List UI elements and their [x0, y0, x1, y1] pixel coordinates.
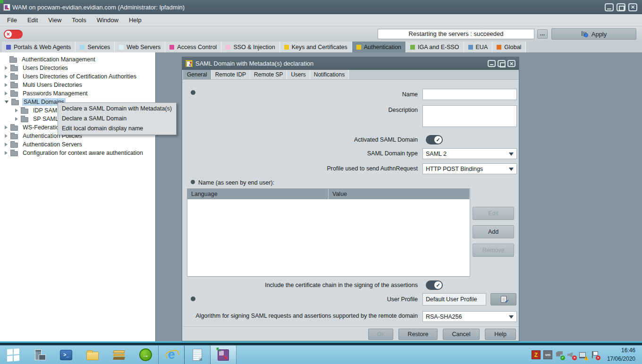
- chevron-right-icon[interactable]: [15, 117, 18, 121]
- chevron-right-icon[interactable]: [5, 134, 8, 138]
- ok-button[interactable]: Ok: [368, 329, 393, 340]
- dialog-tab-general[interactable]: General: [183, 70, 211, 79]
- tree-item-authentication-management[interactable]: Authentication Management: [0, 55, 155, 64]
- add-button[interactable]: Add: [473, 225, 514, 238]
- tab-web-servers[interactable]: Web Servers: [115, 42, 165, 52]
- table-body[interactable]: [187, 199, 470, 276]
- restore-form-button[interactable]: Restore: [398, 329, 438, 340]
- tab-sso-injection[interactable]: SSO & Injection: [221, 42, 279, 52]
- menu-window[interactable]: Window: [92, 14, 124, 26]
- tab-global[interactable]: Global: [492, 42, 526, 52]
- start-button[interactable]: [0, 346, 26, 364]
- tab-access-control[interactable]: Access Control: [165, 42, 221, 52]
- desktop: WAM on pocwam-evidian.evidian.com (Admin…: [0, 0, 642, 364]
- session-stop-toggle[interactable]: ✕: [4, 30, 23, 39]
- tab-services[interactable]: Services: [76, 42, 115, 52]
- tab-eua[interactable]: EUA: [464, 42, 493, 52]
- dialog-tab-notifications[interactable]: Notifications: [310, 70, 349, 79]
- menu-item-declare-saml-domain-metadata[interactable]: Declare a SAML Domain with Metadata(s): [58, 104, 176, 114]
- tab-label: Services: [87, 44, 110, 51]
- wam-app-icon: ↘↖: [218, 349, 229, 361]
- tab-portals-web-agents[interactable]: Portals & Web Agents: [2, 42, 76, 52]
- chevron-right-icon[interactable]: [15, 109, 18, 112]
- taskbar-item-launcher[interactable]: →: [132, 346, 159, 364]
- taskbar-item-file-explorer[interactable]: [79, 346, 106, 364]
- tab-color-swatch: [356, 45, 361, 50]
- tree-item-authentication-servers[interactable]: Authentication Servers: [0, 140, 155, 149]
- description-textarea[interactable]: [422, 105, 517, 127]
- menu-file[interactable]: File: [2, 14, 22, 26]
- dialog-restore-button[interactable]: [498, 60, 506, 67]
- dialog-close-button[interactable]: [507, 60, 515, 67]
- menu-item-edit-local-domain-display-name[interactable]: Edit local domain display name: [58, 124, 176, 134]
- restore-button[interactable]: [617, 3, 625, 11]
- name-label: Name: [187, 91, 418, 98]
- vmware-tray-icon[interactable]: vm: [543, 350, 552, 359]
- dialog-tab-remote-sp[interactable]: Remote SP: [250, 70, 287, 79]
- filezilla-tray-icon[interactable]: Z: [532, 350, 541, 359]
- tree-item-users-directories[interactable]: Users Directories: [0, 64, 155, 72]
- close-button[interactable]: [628, 3, 637, 11]
- activated-toggle[interactable]: ✓: [426, 135, 443, 144]
- taskbar-item-wam-console[interactable]: ↘↖: [210, 346, 237, 364]
- folder-icon: [10, 75, 18, 80]
- chevron-right-icon[interactable]: [5, 126, 8, 129]
- notepad-icon: [193, 349, 202, 361]
- system-tray: Z vm ✓ × ! × 16:46 17/06/2020: [532, 346, 642, 364]
- enduser-name-table[interactable]: Language Value: [187, 188, 470, 277]
- chevron-down-icon: [509, 315, 514, 319]
- menu-tools[interactable]: Tools: [67, 14, 91, 26]
- chevron-right-icon[interactable]: [5, 151, 8, 155]
- network-warning-tray-icon[interactable]: !: [579, 350, 588, 359]
- menu-help[interactable]: Help: [124, 14, 147, 26]
- remove-button[interactable]: Remove: [473, 244, 514, 257]
- chevron-right-icon[interactable]: [5, 66, 8, 70]
- taskbar-item-server-manager[interactable]: [26, 346, 53, 364]
- domain-type-select[interactable]: SAML 2: [422, 148, 517, 159]
- cert-chain-toggle[interactable]: ✓: [426, 280, 443, 290]
- tree-item-multi-users-directories[interactable]: Multi Users Directories: [0, 81, 155, 89]
- chevron-right-icon[interactable]: [5, 92, 8, 95]
- name-input[interactable]: [422, 89, 517, 100]
- domain-type-label: SAML Domain type: [187, 150, 418, 157]
- tab-authentication[interactable]: Authentication: [352, 42, 406, 52]
- menu-item-declare-saml-domain[interactable]: Declare a SAML Domain: [58, 114, 176, 124]
- volume-muted-tray-icon[interactable]: ×: [567, 350, 576, 359]
- cancel-button[interactable]: Cancel: [443, 329, 480, 340]
- help-button[interactable]: Help: [485, 329, 516, 340]
- chevron-right-icon[interactable]: [5, 75, 8, 78]
- menu-view[interactable]: View: [43, 14, 67, 26]
- chevron-right-icon[interactable]: [5, 143, 8, 146]
- chevron-right-icon[interactable]: [5, 83, 8, 87]
- edit-document-icon: [501, 296, 507, 303]
- tree-item-passwords-management[interactable]: Passwords Management: [0, 89, 155, 98]
- dialog-minimize-button[interactable]: [488, 60, 496, 67]
- tree-item-context-aware-auth[interactable]: Configuration for context aware authenti…: [0, 149, 155, 157]
- dialog-tab-users[interactable]: Users: [287, 70, 310, 79]
- algorithm-select[interactable]: RSA-SHA256: [422, 311, 517, 322]
- folder-icon: [21, 117, 28, 122]
- menu-edit[interactable]: Edit: [22, 14, 43, 26]
- description-label: Description: [187, 106, 418, 114]
- usb-device-tray-icon[interactable]: ✓: [555, 350, 564, 359]
- tab-iga-esso[interactable]: IGA and E-SSO: [406, 42, 464, 52]
- tab-label: Keys and Certificates: [292, 44, 347, 51]
- taskbar-item-notepad[interactable]: [184, 346, 211, 364]
- taskbar-clock[interactable]: 16:46 17/06/2020: [602, 347, 638, 363]
- edit-button[interactable]: Edit: [473, 207, 514, 220]
- folder-icon: [10, 92, 18, 97]
- minimize-button[interactable]: [605, 3, 614, 11]
- chevron-down-icon[interactable]: [5, 101, 8, 103]
- stop-x-icon: ✕: [5, 31, 12, 38]
- status-details-button[interactable]: ...: [537, 29, 548, 39]
- taskbar-item-powershell[interactable]: >_: [53, 346, 79, 364]
- user-profile-edit-button[interactable]: [490, 293, 516, 305]
- tree-item-users-directories-ca[interactable]: Users Directories of Certification Autho…: [0, 72, 155, 81]
- authnrequest-select[interactable]: HTTP POST Bindings: [422, 163, 517, 174]
- taskbar-item-library[interactable]: [106, 346, 132, 364]
- action-center-flag-icon[interactable]: ×: [591, 350, 600, 359]
- taskbar-item-internet-explorer[interactable]: e: [158, 346, 185, 364]
- apply-button[interactable]: Apply: [551, 28, 636, 40]
- dialog-tab-remote-idp[interactable]: Remote IDP: [211, 70, 250, 79]
- tab-keys-certificates[interactable]: Keys and Certificates: [280, 42, 352, 52]
